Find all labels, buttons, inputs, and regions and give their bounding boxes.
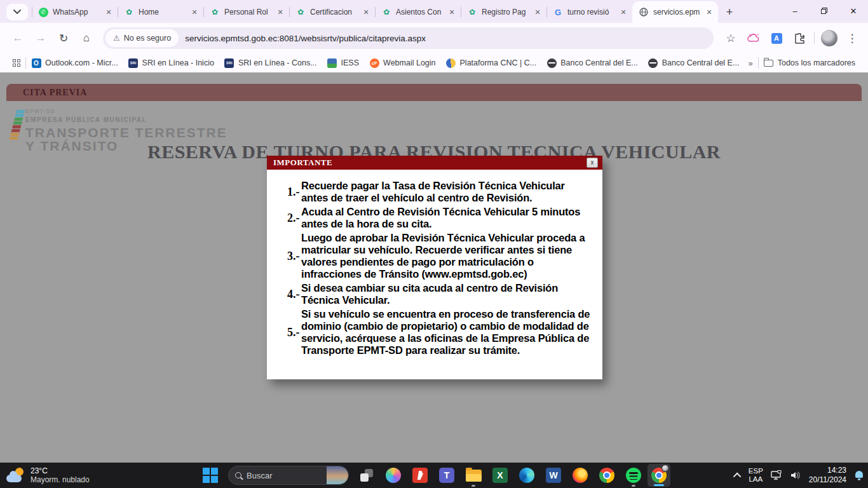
tab-registro-pag[interactable]: ✿ Registro Pag ✕ [461,1,546,23]
bookmark-iess[interactable]: IESS [322,56,365,70]
item-number: 3.- [277,250,301,263]
tab-label: WhatsApp [53,8,104,17]
volume-icon[interactable] [790,470,801,480]
bookmark-star-icon[interactable]: ☆ [722,28,739,48]
weather-widget[interactable]: 23°C Mayorm. nublado [6,466,90,484]
word-icon: W [546,468,561,483]
tab-search-button[interactable] [6,4,28,20]
tab-servicios-active[interactable]: servicios.epm ✕ [632,1,718,23]
excel-button[interactable]: X [487,463,513,488]
edge-button[interactable] [514,463,539,488]
copilot-icon [386,468,401,483]
tray-time: 14:23 [809,466,846,475]
bookmark-banco-central-1[interactable]: Banco Central del E... [541,56,643,70]
weather-extension-icon[interactable] [745,28,762,48]
tab-close-icon[interactable]: ✕ [275,7,285,17]
bookmark-label: SRI en Línea - Cons... [238,58,317,67]
task-view-icon [360,469,373,482]
pdf-app-button[interactable] [407,463,433,488]
item-text: Luego de aprobar la Revisión Técnica Veh… [301,232,593,280]
weather-condition: Mayorm. nublado [31,475,90,484]
bookmarks-overflow-chevron[interactable]: » [744,58,756,68]
tab-home[interactable]: ✿ Home ✕ [118,1,203,23]
pdf-app-icon [412,468,428,483]
chrome-active-button[interactable] [648,464,670,487]
tab-close-icon[interactable]: ✕ [104,7,114,17]
profile-avatar[interactable] [821,30,837,46]
notification-bell-icon[interactable] [854,470,864,480]
tab-asientos[interactable]: ✿ Asientos Con ✕ [375,1,461,23]
tab-close-icon[interactable]: ✕ [447,7,457,17]
extensions-puzzle-icon[interactable] [791,28,808,48]
file-explorer-button[interactable] [461,463,486,488]
tab-close-icon[interactable]: ✕ [189,7,200,17]
home-button[interactable]: ⌂ [76,28,97,48]
modal-item-3: 3.- Luego de aprobar la Revisión Técnica… [277,232,593,280]
tab-personal-rol[interactable]: ✿ Personal Rol ✕ [203,1,289,23]
start-button[interactable] [198,463,223,488]
cita-previa-banner: CITA PREVIA [6,84,862,101]
window-controls: – ✕ [780,0,868,22]
bookmark-label: Outlook.com - Micr... [45,58,118,67]
chrome-icon [599,468,614,483]
warning-icon: ⚠ [113,34,120,43]
logo-line-1: EPMT-SD [25,108,227,114]
bookmark-outlook[interactable]: O Outlook.com - Micr... [26,56,123,70]
spotify-button[interactable] [621,463,646,488]
language-line1: ESP [749,467,763,475]
bookmark-cnc[interactable]: Plataforma CNC | C... [441,56,542,70]
tab-close-icon[interactable]: ✕ [532,7,543,17]
teams-button[interactable]: T [434,463,459,488]
modal-title: IMPORTANTE [273,158,332,168]
taskbar-search[interactable]: Buscar [228,466,349,485]
whatsapp-icon: ✆ [38,7,48,17]
restore-button[interactable] [810,0,839,22]
translate-icon[interactable]: A [768,28,785,48]
modal-close-button[interactable]: x [587,158,598,168]
profile-badge-icon [661,464,669,472]
bookmark-sri-consultas[interactable]: SRI SRI en Línea - Cons... [219,56,322,70]
tab-whatsapp[interactable]: ✆ WhatsApp ✕ [32,1,118,23]
bookmark-banco-central-2[interactable]: Banco Central del E... [643,56,745,70]
iess-icon [327,58,337,68]
minimize-button[interactable]: – [780,0,810,22]
task-view-button[interactable] [354,463,379,488]
sri-icon: SRI [224,58,234,68]
tab-close-icon[interactable]: ✕ [361,7,371,17]
forward-button[interactable]: → [31,28,51,48]
file-explorer-icon [466,470,482,482]
all-bookmarks-button[interactable]: Todos los marcadores [759,56,860,70]
clock-widget[interactable]: 14:23 20/11/2024 [809,466,846,485]
spotify-icon [626,468,641,483]
back-button[interactable]: ← [8,28,28,48]
close-window-button[interactable]: ✕ [839,0,868,22]
tab-certificacion[interactable]: ✿ Certificacion ✕ [289,1,375,23]
tab-close-icon[interactable]: ✕ [618,7,628,17]
hidden-icons-chevron[interactable] [733,472,742,480]
language-indicator[interactable]: ESP LAA [749,467,763,484]
apps-shortcut-button[interactable] [8,57,25,69]
firefox-button[interactable] [567,463,593,488]
tab-label: Personal Rol [224,8,275,17]
tab-close-icon[interactable]: ✕ [704,7,714,17]
cpanel-icon: cP [369,58,379,68]
copilot-button[interactable] [381,463,406,488]
item-text: Recuerde pagar la Tasa de Revisión Técni… [301,180,593,204]
item-number: 5.- [277,326,301,339]
bookmark-webmail[interactable]: cP Webmail Login [364,56,440,70]
bookmark-label: Webmail Login [383,58,435,67]
tab-turno-revision[interactable]: G turno revisió ✕ [546,1,632,23]
security-chip[interactable]: ⚠ No es seguro [105,29,179,47]
apps-grid-icon [13,59,20,67]
tray-date: 20/11/2024 [809,475,846,485]
windows-logo-icon [203,468,218,483]
new-tab-button[interactable]: + [721,3,738,21]
reload-button[interactable]: ↻ [53,28,74,48]
word-button[interactable]: W [541,463,566,488]
bookmarks-bar: O Outlook.com - Micr... SRI SRI en Línea… [0,53,868,72]
chrome-button[interactable] [594,463,620,488]
network-icon[interactable] [771,470,782,480]
bookmark-sri-inicio[interactable]: SRI SRI en Línea - Inicio [123,56,219,70]
browser-menu-icon[interactable]: ⋮ [844,28,860,48]
address-bar[interactable]: ⚠ No es seguro servicios.epmtsd.gob.ec:8… [103,27,714,49]
